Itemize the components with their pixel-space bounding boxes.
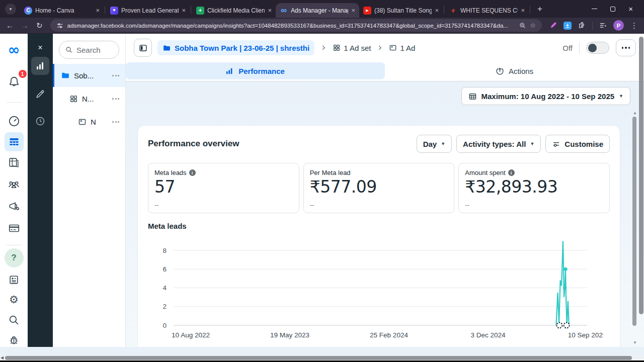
window-minimize-button[interactable] [592,9,597,10]
breadcrumb-campaign-chip[interactable]: Sobha Town Park | 23-06-25 | shresthi [157,40,314,55]
bottom-strip [0,347,644,355]
campaign-status-toggle[interactable] [586,42,609,54]
date-range-selector[interactable]: Maximum: 10 Aug 2022 - 10 Sep 2025 ▼ [461,87,631,105]
reload-button[interactable]: ↻ [36,22,43,29]
more-options-button[interactable] [616,39,636,56]
meta-favicon-icon: ∞ [280,7,288,15]
metric-per-meta-lead: Per Meta lead ₹577.09 -- [303,163,455,213]
billing-card-button[interactable] [5,219,24,238]
pen-extension-icon[interactable] [549,22,557,29]
browser-tab-white-sequens[interactable]: WHITE SEQUENS CUTDAN × [445,3,529,18]
date-range-label: Maximum: 10 Aug 2022 - 10 Sep 2025 [481,92,615,101]
tab-performance[interactable]: Performance [126,62,385,79]
advertising-megaphone-button[interactable] [5,197,24,216]
download-icon[interactable] [564,22,572,30]
collapse-sidebar-button[interactable] [134,39,152,57]
tab-divider [530,6,530,14]
browser-tab-canva[interactable]: C Home - Canva × [20,3,104,18]
ad-kebab-menu[interactable] [112,121,119,123]
search-placeholder: Search [76,46,101,54]
inner-scroll-up-arrow[interactable]: ▲ [633,111,637,115]
close-panel-icon[interactable]: × [38,44,42,52]
settings-gear-button[interactable]: ⚙ [5,290,24,309]
customise-button[interactable]: Customise [545,135,610,153]
meta-logo-icon[interactable]: ∞ [5,40,24,59]
bookmark-star-icon[interactable]: ☆ [530,22,536,29]
browser-tab-clickfield[interactable]: + Clickfield Media Clients - G × [192,3,276,18]
tab-close-icon[interactable]: × [268,7,272,14]
search-button[interactable] [5,310,24,329]
forward-button[interactable]: → [21,22,29,29]
browser-tab-proven-lead[interactable]: ♥ Proven Lead Generation St × [106,3,190,18]
new-tab-button[interactable]: + [533,3,546,16]
business-news-button[interactable] [5,270,24,289]
tab-close-icon[interactable]: × [96,7,100,14]
horizontal-scrollbar-thumb[interactable] [5,356,632,360]
inner-scroll-down-arrow[interactable]: ▼ [633,341,637,345]
svg-text:25 Feb 2024: 25 Feb 2024 [370,331,408,339]
browser-tab-youtube[interactable]: ▶ (38) Sultan Title Song | Sal × [359,3,443,18]
browser-menu-kebab-icon[interactable]: ⋮ [630,22,638,29]
extensions-cluster: P ⋮ [549,20,638,31]
tab-close-icon[interactable]: × [521,7,525,14]
zoom-page-icon[interactable] [519,22,526,29]
breadcrumb-adset[interactable]: 1 Ad set [333,44,371,52]
sidebar-toggle-icon [139,44,147,52]
tab-close-icon[interactable]: × [182,7,186,14]
address-bar[interactable]: adsmanager.facebook.com/adsmanager/manag… [50,19,542,32]
window-maximize-button[interactable] [610,7,615,12]
overview-title: Performance overview [148,139,239,149]
audiences-people-button[interactable] [5,174,24,194]
reading-list-icon[interactable] [599,22,607,29]
site-settings-icon[interactable] [56,22,63,29]
url-text[interactable]: adsmanager.facebook.com/adsmanager/manag… [67,23,516,29]
screen: ▼ C Home - Canva × ♥ Proven Lead Generat… [0,0,644,362]
profile-avatar[interactable]: P [613,20,624,31]
performance-overview-card: Performance overview Day ▼ Activity type… [138,126,620,347]
tab-actions[interactable]: Actions [385,62,644,79]
history-clock-button[interactable] [32,113,48,129]
canva-favicon-icon: C [24,7,32,15]
customise-sliders-icon [552,140,560,148]
svg-text:2: 2 [163,303,167,310]
outer-vertical-scrollbar[interactable] [639,37,643,314]
tree-item-ad[interactable]: N [53,110,125,133]
tab-close-icon[interactable]: × [351,7,355,14]
campaigns-table-button[interactable] [5,132,24,151]
calendar-icon [468,92,477,101]
campaign-tree-panel: Search Sob... N... N [53,34,126,347]
extensions-puzzle-icon[interactable] [578,22,586,29]
activity-types-label: Activity types: All [463,140,526,148]
help-button[interactable]: ? [5,248,24,267]
breadcrumb-ad[interactable]: 1 Ad [389,44,415,52]
tree-item-campaign[interactable]: Sob... [53,64,125,87]
adset-grid-icon [69,95,78,103]
tab-search-chevron-icon[interactable]: ▼ [5,4,16,15]
performance-chart-tool-button[interactable] [31,57,49,75]
info-icon[interactable]: i [508,169,515,176]
adset-label: N... [82,95,94,103]
day-dropdown[interactable]: Day ▼ [417,135,452,153]
caret-down-icon: ▼ [441,141,445,146]
tree-search-input[interactable]: Search [59,41,119,59]
window-close-button[interactable]: × [628,5,633,13]
performance-tab-label: Performance [238,67,285,75]
notifications-bell-button[interactable]: 1 [5,72,24,92]
metric-value: ₹577.09 [310,177,448,197]
info-icon[interactable]: i [189,169,196,176]
tab-close-icon[interactable]: × [435,7,439,14]
inner-vertical-scrollbar[interactable] [632,117,636,326]
edit-pencil-button[interactable] [32,86,48,102]
campaign-kebab-menu[interactable] [112,75,119,76]
adset-grid-icon [333,44,341,52]
adset-kebab-menu[interactable] [112,98,119,100]
browser-tab-ads-manager-active[interactable]: ∞ Ads Manager - Manage ad × [276,3,359,18]
main-panel: Sobha Town Park | 23-06-25 | shresthi 1 … [126,34,644,347]
activity-types-dropdown[interactable]: Activity types: All ▼ [456,135,541,153]
back-button[interactable]: ← [6,22,14,29]
account-overview-gauge-button[interactable] [5,112,24,131]
scroll-left-arrow[interactable]: ◀ [1,356,4,360]
folder-icon [61,71,70,80]
ads-reporting-pages-button[interactable] [5,153,24,172]
tree-item-adset[interactable]: N... [53,87,125,110]
